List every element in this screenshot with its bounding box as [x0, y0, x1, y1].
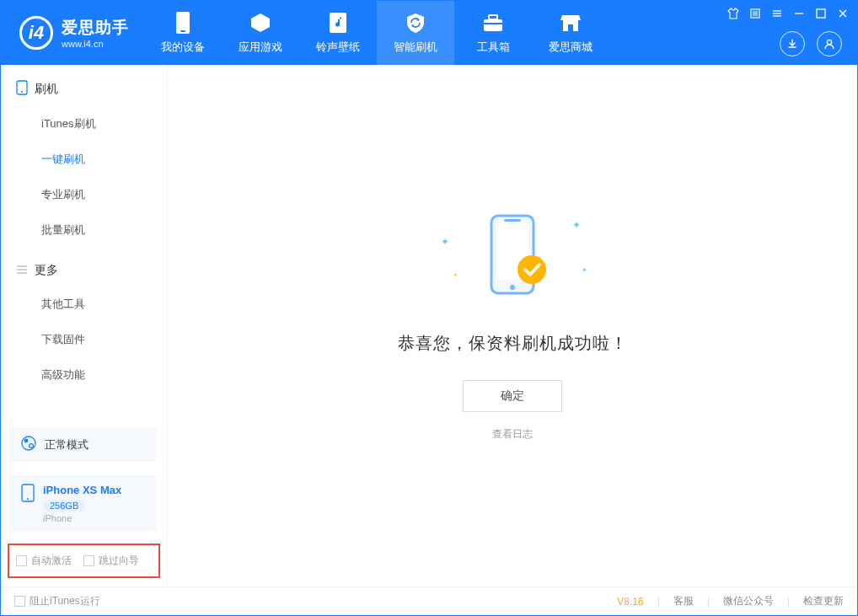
minimize-button[interactable] [793, 8, 805, 23]
nav-tabs: 我的设备 应用游戏 铃声壁纸 智能刷机 工具箱 爱思商城 [144, 1, 609, 65]
mode-icon [21, 436, 36, 453]
nav-label: 应用游戏 [239, 40, 282, 55]
body-area: 刷机 iTunes刷机 一键刷机 专业刷机 批量刷机 更多 其他工具 下载固件 … [1, 65, 857, 587]
nav-label: 爱思商城 [549, 40, 593, 55]
svg-point-25 [22, 437, 35, 450]
checkbox-label: 阻止iTunes运行 [29, 594, 100, 608]
tshirt-icon[interactable] [727, 8, 739, 23]
svg-rect-7 [568, 24, 573, 31]
nav-tab-flash[interactable]: 智能刷机 [377, 1, 454, 65]
mode-card[interactable]: 正常模式 [11, 427, 157, 462]
device-name: iPhone XS Max [43, 484, 121, 496]
section-title-more: 更多 [1, 248, 167, 287]
header-right-icons [780, 31, 842, 56]
sidebar-item-pro-flash[interactable]: 专业刷机 [41, 177, 167, 212]
section-label: 更多 [35, 263, 58, 278]
nav-label: 铃声壁纸 [316, 40, 360, 55]
svg-rect-16 [817, 9, 825, 18]
nav-tab-apps[interactable]: 应用游戏 [222, 1, 299, 65]
phone-icon [171, 11, 195, 35]
svg-point-27 [29, 444, 34, 448]
ok-button[interactable]: 确定 [463, 380, 562, 412]
app-name: 爱思助手 [62, 17, 129, 39]
logo-icon: i4 [19, 16, 53, 50]
checkbox-block-itunes[interactable]: 阻止iTunes运行 [14, 594, 100, 608]
app-window: i4 爱思助手 www.i4.cn 我的设备 应用游戏 铃声壁纸 智能刷机 [0, 0, 858, 616]
nav-tab-ringtones[interactable]: 铃声壁纸 [299, 1, 377, 65]
svg-rect-1 [180, 30, 185, 32]
svg-point-34 [517, 255, 546, 284]
svg-rect-4 [489, 15, 497, 19]
maximize-button[interactable] [815, 8, 827, 23]
section-title-flash: 刷机 [1, 65, 167, 106]
svg-point-29 [27, 498, 29, 500]
svg-point-21 [21, 91, 23, 93]
sidebar-item-other-tools[interactable]: 其他工具 [41, 287, 167, 322]
checkbox-icon [16, 555, 27, 566]
phone-success-icon [466, 211, 559, 303]
logo-text: 爱思助手 www.i4.cn [62, 17, 129, 49]
close-button[interactable] [837, 8, 849, 23]
nav-tab-toolbox[interactable]: 工具箱 [454, 1, 532, 65]
checkbox-icon [83, 555, 94, 566]
svg-rect-5 [484, 23, 502, 24]
logo-block: i4 爱思助手 www.i4.cn [1, 1, 144, 65]
toolbox-icon [481, 11, 505, 35]
section-label: 刷机 [35, 82, 58, 97]
store-icon [559, 11, 582, 35]
download-button[interactable] [780, 31, 805, 56]
sidebar-item-download-firmware[interactable]: 下载固件 [41, 322, 167, 357]
menu-icon[interactable] [749, 8, 761, 23]
more-items: 其他工具 下载固件 高级功能 [1, 287, 167, 393]
music-file-icon [326, 11, 350, 35]
main-content: ✦ ✦ ✦ ✦ 恭喜您，保资料刷机成功啦！ 确定 查看日志 [168, 65, 857, 587]
nav-tab-store[interactable]: 爱思商城 [532, 1, 609, 65]
device-type: iPhone [43, 513, 121, 523]
device-info: iPhone XS Max 256GB iPhone [43, 484, 121, 523]
checkbox-auto-activate[interactable]: 自动激活 [16, 554, 72, 568]
nav-label: 智能刷机 [394, 40, 437, 55]
refresh-shield-icon [404, 11, 427, 35]
link-wechat[interactable]: 微信公众号 [723, 594, 774, 608]
svg-point-26 [24, 439, 29, 443]
svg-point-19 [827, 40, 831, 44]
success-illustration: ✦ ✦ ✦ ✦ [466, 211, 559, 303]
cube-icon [249, 11, 272, 35]
app-url: www.i4.cn [62, 39, 129, 49]
nav-tab-device[interactable]: 我的设备 [144, 1, 222, 65]
list-icon [16, 264, 28, 278]
sidebar-item-advanced[interactable]: 高级功能 [41, 357, 167, 393]
checkbox-icon [14, 596, 25, 607]
sidebar-item-itunes-flash[interactable]: iTunes刷机 [41, 106, 167, 142]
success-message: 恭喜您，保资料刷机成功啦！ [398, 332, 628, 355]
sparkle-icon: ✦ [441, 236, 449, 248]
checkbox-label: 自动激活 [31, 554, 72, 568]
view-log-link[interactable]: 查看日志 [492, 427, 533, 442]
svg-rect-3 [484, 19, 502, 31]
device-icon [21, 484, 35, 505]
checkbox-skip-guide[interactable]: 跳过向导 [83, 554, 139, 568]
phone-small-icon [16, 80, 28, 98]
version-label: V8.16 [617, 596, 643, 608]
statusbar: 阻止iTunes运行 V8.16 | 客服 | 微信公众号 | 检查更新 [1, 587, 857, 615]
device-card[interactable]: iPhone XS Max 256GB iPhone [11, 475, 157, 532]
window-controls [727, 8, 849, 23]
checkbox-highlight-box: 自动激活 跳过向导 [8, 544, 160, 578]
sidebar-item-batch-flash[interactable]: 批量刷机 [41, 212, 167, 248]
mode-label: 正常模式 [45, 437, 88, 453]
user-button[interactable] [817, 31, 842, 56]
device-capacity: 256GB [43, 500, 85, 512]
sidebar: 刷机 iTunes刷机 一键刷机 专业刷机 批量刷机 更多 其他工具 下载固件 … [1, 65, 168, 587]
nav-label: 工具箱 [477, 40, 510, 55]
flash-items: iTunes刷机 一键刷机 专业刷机 批量刷机 [1, 106, 167, 248]
svg-rect-32 [504, 219, 521, 222]
link-check-update[interactable]: 检查更新 [803, 594, 844, 608]
checkbox-label: 跳过向导 [99, 554, 139, 568]
nav-label: 我的设备 [161, 40, 205, 55]
statusbar-right: V8.16 | 客服 | 微信公众号 | 检查更新 [617, 594, 844, 608]
hamburger-icon[interactable] [771, 8, 783, 23]
titlebar: i4 爱思助手 www.i4.cn 我的设备 应用游戏 铃声壁纸 智能刷机 [1, 1, 857, 65]
sparkle-icon: ✦ [453, 271, 458, 279]
sidebar-item-oneclick-flash[interactable]: 一键刷机 [41, 142, 167, 177]
link-support[interactable]: 客服 [673, 594, 694, 608]
